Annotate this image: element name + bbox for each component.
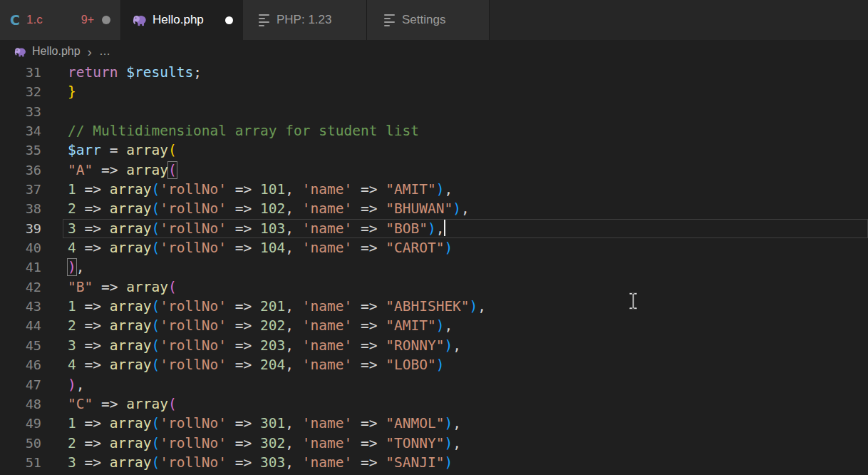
code-token: "CAROT" <box>386 240 444 256</box>
code-line[interactable]: 513 => array('rollNo' => 303, 'name' => … <box>0 453 868 472</box>
output-list-icon <box>384 14 395 26</box>
code-token: 1 <box>68 181 76 198</box>
code-line[interactable]: 393 => array('rollNo' => 103, 'name' => … <box>0 219 868 238</box>
code-editor[interactable]: 31return $results;32}3334// Multidimensi… <box>0 63 868 475</box>
code-token: 'rollNo' <box>160 240 227 256</box>
code-token: } <box>68 83 76 100</box>
breadcrumb: Hello.php › … <box>0 40 868 63</box>
tab-bar: C 1.c 9+ Hello.php PHP: 1.23 Settings <box>0 0 868 40</box>
code-token: 'rollNo' <box>160 317 227 334</box>
tab-php-output[interactable]: PHP: 1.23 <box>243 0 367 40</box>
code-text: 2 => array('rollNo' => 202, 'name' => "A… <box>68 316 453 335</box>
code-token: "SANJI" <box>386 454 444 471</box>
code-token: return <box>68 64 118 81</box>
code-token: "AMIT" <box>386 317 435 334</box>
code-line[interactable]: 42"B" => array( <box>0 277 868 297</box>
code-line[interactable]: 382 => array('rollNo' => 102, 'name' => … <box>0 199 868 218</box>
breadcrumb-file[interactable]: Hello.php <box>32 45 81 58</box>
code-line[interactable]: 33 <box>0 102 868 121</box>
code-token: array <box>110 357 152 373</box>
code-token: , <box>285 454 301 471</box>
code-token: => <box>352 415 386 431</box>
code-line[interactable]: 502 => array('rollNo' => 302, 'name' => … <box>0 434 868 453</box>
code-line[interactable]: 431 => array('rollNo' => 201, 'name' => … <box>0 297 868 316</box>
line-number: 44 <box>0 316 41 335</box>
line-number: 45 <box>0 336 41 355</box>
code-line[interactable]: 31return $results; <box>0 63 868 82</box>
code-line[interactable]: 36"A" => array( <box>0 160 868 180</box>
code-line[interactable]: 41), <box>0 257 868 277</box>
code-token: array <box>126 396 168 412</box>
modified-dot[interactable] <box>102 16 110 24</box>
code-line[interactable]: 464 => array('rollNo' => 204, 'name' => … <box>0 355 868 374</box>
code-token: ( <box>151 220 160 237</box>
code-token: ) <box>436 181 445 198</box>
code-token: => <box>227 240 260 256</box>
line-number: 48 <box>0 394 41 414</box>
code-token: => <box>352 200 386 217</box>
code-text: } <box>68 82 76 101</box>
code-token: ( <box>151 181 160 198</box>
code-token: ) <box>444 415 453 431</box>
code-token: 101 <box>260 181 285 198</box>
code-line[interactable]: 453 => array('rollNo' => 203, 'name' => … <box>0 336 868 355</box>
code-token: 203 <box>260 337 285 354</box>
code-token: "BHUWAN" <box>386 200 453 217</box>
code-text: 3 => array('rollNo' => 203, 'name' => "R… <box>68 336 461 355</box>
code-line[interactable]: 371 => array('rollNo' => 101, 'name' => … <box>0 180 868 199</box>
code-line[interactable]: 491 => array('rollNo' => 301, 'name' => … <box>0 414 868 433</box>
code-text: return $results; <box>68 63 202 82</box>
code-line[interactable]: 35$arr = array( <box>0 141 868 160</box>
code-token: => <box>76 298 110 315</box>
code-line[interactable]: 48"C" => array( <box>0 394 868 414</box>
code-token: , <box>285 181 301 198</box>
code-token: "AMIT" <box>386 181 435 198</box>
code-text: 1 => array('rollNo' => 301, 'name' => "A… <box>68 414 461 433</box>
code-text: "A" => array( <box>68 160 177 180</box>
code-token: , <box>285 220 301 237</box>
code-text: "B" => array( <box>68 277 177 297</box>
code-token: "RONNY" <box>386 337 444 354</box>
tab-hello-php[interactable]: Hello.php <box>121 0 243 40</box>
code-token: , <box>285 317 301 334</box>
c-language-icon: C <box>10 14 20 27</box>
code-token: ( <box>151 337 160 354</box>
breadcrumb-symbol[interactable]: … <box>99 45 110 58</box>
code-token: , <box>436 220 445 237</box>
code-token: 301 <box>260 415 285 431</box>
code-token: => <box>93 396 126 412</box>
code-text: 3 => array('rollNo' => 103, 'name' => "B… <box>68 219 445 238</box>
code-token: ) <box>453 200 461 217</box>
code-token: => <box>227 337 260 354</box>
code-text: ), <box>68 375 85 394</box>
code-line[interactable]: 442 => array('rollNo' => 202, 'name' => … <box>0 316 868 335</box>
code-line[interactable]: 32} <box>0 82 868 101</box>
code-token: array <box>110 200 152 217</box>
line-number: 39 <box>0 219 41 238</box>
code-token: ) <box>444 240 453 256</box>
code-token: 'name' <box>302 317 352 334</box>
modified-dot[interactable] <box>225 16 233 24</box>
code-line[interactable]: 47), <box>0 375 868 394</box>
code-token: 3 <box>68 337 76 354</box>
code-token: "C" <box>68 396 93 412</box>
code-token: => <box>76 317 110 334</box>
code-token: => <box>227 200 260 217</box>
tab-label: Settings <box>402 13 445 27</box>
code-token: 'name' <box>302 240 352 256</box>
code-token: $arr <box>68 142 101 158</box>
code-token: => <box>352 181 386 198</box>
code-token: 302 <box>260 435 285 451</box>
code-token: => <box>76 200 110 217</box>
code-token: array <box>110 415 152 431</box>
code-token: // Multidimensional array for student li… <box>68 123 419 139</box>
code-token: 'name' <box>302 337 352 354</box>
tab-1c[interactable]: C 1.c 9+ <box>0 0 121 40</box>
code-token: 'rollNo' <box>160 454 227 471</box>
code-token: ( <box>151 317 160 334</box>
code-token: "A" <box>68 162 93 178</box>
code-line[interactable]: 404 => array('rollNo' => 104, 'name' => … <box>0 238 868 257</box>
code-token: => <box>93 279 126 295</box>
tab-settings[interactable]: Settings <box>367 0 490 40</box>
code-line[interactable]: 34// Multidimensional array for student … <box>0 121 868 141</box>
